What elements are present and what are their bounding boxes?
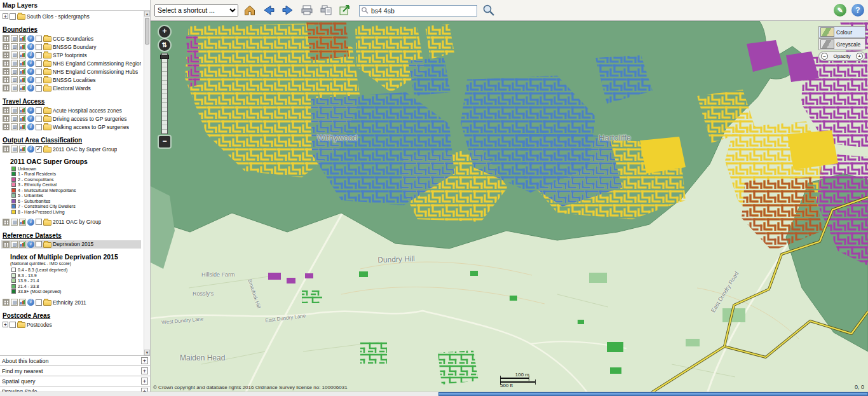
table-icon[interactable] (3, 68, 10, 75)
layer-label[interactable]: NHS England Commissioning Hubs (53, 69, 138, 75)
pan-button[interactable] (159, 39, 170, 51)
zoom-slider[interactable] (161, 53, 168, 134)
layer-label[interactable]: Postcodes (27, 322, 52, 328)
layer-label[interactable]: Deprivation 2015 (53, 241, 93, 247)
opacity-increase-button[interactable] (856, 53, 863, 60)
layer-label[interactable]: STP footprints (53, 52, 87, 58)
download-icon[interactable] (11, 85, 18, 92)
horizontal-scrollbar-thumb[interactable] (438, 392, 868, 396)
info-icon[interactable] (27, 43, 34, 50)
layer-label[interactable]: 2011 OAC by Super Group (53, 146, 117, 153)
chart-icon[interactable] (19, 146, 26, 153)
layer-checkbox[interactable] (36, 69, 42, 75)
basemap-option[interactable]: Greyscale (818, 38, 865, 50)
chart-icon[interactable] (19, 123, 26, 130)
layer-label[interactable]: South Glos - spidergraphs (27, 13, 90, 20)
accordion-header[interactable]: About this location (0, 355, 150, 365)
map-canvas[interactable]: Withywood Hartcliffe Dundry Hill Hillsid… (151, 21, 868, 396)
info-icon[interactable] (27, 76, 34, 83)
zoom-in-button[interactable] (159, 26, 170, 38)
layer-checkbox[interactable] (36, 116, 42, 122)
opacity-decrease-button[interactable] (821, 53, 828, 60)
table-icon[interactable] (3, 43, 10, 50)
layer-checkbox[interactable] (36, 36, 42, 42)
download-icon[interactable] (11, 123, 18, 130)
layer-label[interactable]: Walking access to GP surgeries (53, 124, 129, 130)
forward-button[interactable] (280, 3, 295, 18)
layer-checkbox[interactable] (36, 52, 42, 58)
search-input[interactable] (359, 5, 477, 17)
info-icon[interactable] (27, 68, 34, 75)
layer-checkbox[interactable] (36, 85, 42, 92)
accordion-expand-icon[interactable] (141, 378, 148, 385)
chart-icon[interactable] (19, 60, 26, 67)
download-icon[interactable] (11, 76, 18, 83)
table-icon[interactable] (3, 146, 10, 153)
layer-label[interactable]: NHS England Commissioning Regions (53, 60, 141, 67)
home-button[interactable] (242, 3, 257, 18)
download-icon[interactable] (11, 43, 18, 50)
chart-icon[interactable] (19, 299, 26, 306)
accordion-header[interactable]: Spatial query (0, 376, 150, 386)
export-map-button[interactable] (337, 3, 353, 18)
layer-label[interactable]: 2011 OAC by Group (53, 219, 101, 225)
info-icon[interactable] (27, 241, 34, 248)
table-icon[interactable] (3, 241, 10, 248)
chart-icon[interactable] (19, 85, 26, 92)
table-icon[interactable] (3, 123, 10, 130)
table-icon[interactable] (3, 299, 10, 306)
table-icon[interactable] (3, 107, 10, 114)
sidebar-scrollbar[interactable] (144, 11, 150, 355)
layer-checkbox[interactable] (36, 219, 42, 225)
shortcut-select[interactable]: Select a shortcut ... (154, 4, 238, 17)
table-icon[interactable] (3, 115, 10, 122)
info-icon[interactable] (27, 115, 34, 122)
layer-checkbox[interactable] (10, 322, 16, 328)
layer-label[interactable]: Electoral Wards (53, 85, 91, 92)
download-icon[interactable] (11, 35, 18, 42)
info-icon[interactable] (27, 51, 34, 58)
layer-label[interactable]: Ethnicity 2011 (53, 299, 86, 306)
accordion-expand-icon[interactable] (141, 357, 148, 364)
layer-label[interactable]: Acute Hospital access zones (53, 107, 122, 114)
info-icon[interactable] (27, 146, 34, 153)
print-button[interactable] (299, 3, 315, 18)
scrollbar-thumb[interactable] (145, 18, 149, 44)
layer-checkbox[interactable] (36, 146, 42, 153)
scroll-down-icon[interactable] (144, 350, 150, 355)
chart-icon[interactable] (19, 68, 26, 75)
layer-checkbox[interactable] (10, 13, 16, 20)
layer-label[interactable]: Driving access to GP surgeries (53, 116, 127, 122)
info-icon[interactable] (27, 299, 34, 306)
expand-plus-icon[interactable] (3, 322, 8, 327)
chart-icon[interactable] (19, 241, 26, 248)
download-icon[interactable] (11, 299, 18, 306)
info-icon[interactable] (27, 35, 34, 42)
zoom-out-button[interactable] (159, 136, 170, 147)
search-button[interactable] (481, 3, 496, 18)
chart-icon[interactable] (19, 107, 26, 114)
print-preview-button[interactable] (318, 3, 334, 18)
accordion-header[interactable]: Find my nearest (0, 365, 150, 376)
table-icon[interactable] (3, 85, 10, 92)
download-icon[interactable] (11, 60, 18, 67)
layer-checkbox[interactable] (36, 77, 42, 83)
download-icon[interactable] (11, 241, 18, 248)
layer-checkbox[interactable] (36, 60, 42, 67)
basemap-option[interactable]: Colour (818, 26, 865, 38)
chart-icon[interactable] (19, 51, 26, 58)
info-icon[interactable] (27, 107, 34, 114)
table-icon[interactable] (3, 60, 10, 67)
download-icon[interactable] (11, 107, 18, 114)
download-icon[interactable] (11, 219, 18, 226)
chart-icon[interactable] (19, 76, 26, 83)
layer-label[interactable]: BNSSG Boundary (53, 44, 97, 50)
chart-icon[interactable] (19, 219, 26, 226)
info-icon[interactable] (27, 60, 34, 67)
scroll-up-icon[interactable] (144, 11, 150, 17)
download-icon[interactable] (11, 51, 18, 58)
zoom-slider-thumb[interactable] (160, 55, 169, 59)
chart-icon[interactable] (19, 115, 26, 122)
layer-checkbox[interactable] (36, 124, 42, 130)
download-icon[interactable] (11, 146, 18, 153)
